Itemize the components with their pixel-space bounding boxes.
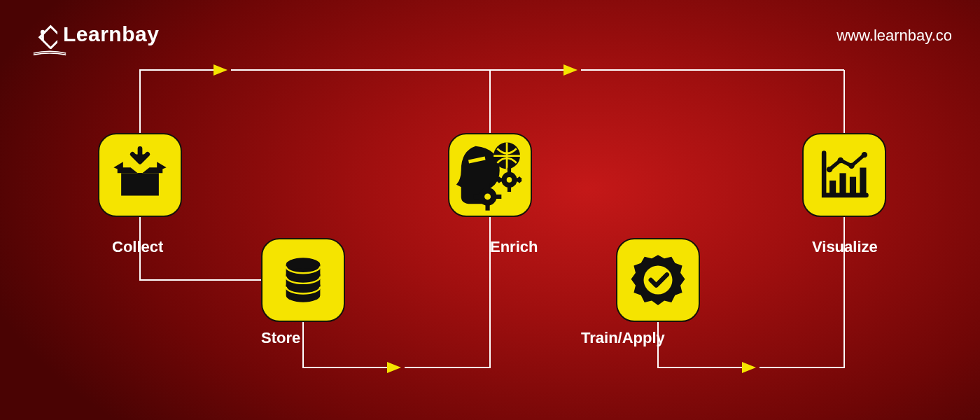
badge-check-icon: [629, 251, 687, 309]
svg-point-32: [862, 152, 867, 158]
step-visualize: [802, 133, 886, 217]
logo-underline-icon: [28, 50, 71, 56]
logo-mark-icon: [28, 20, 57, 49]
svg-rect-20: [485, 205, 489, 211]
box-download-icon: [110, 145, 170, 205]
svg-rect-28: [860, 168, 866, 194]
ai-globe-gear-icon: [451, 136, 528, 214]
svg-rect-19: [485, 183, 489, 188]
svg-point-17: [507, 177, 512, 183]
svg-point-29: [827, 167, 832, 172]
svg-point-1: [41, 30, 45, 34]
step-enrich: [448, 133, 532, 217]
brand-name: Learnbay: [63, 22, 159, 46]
svg-point-23: [484, 193, 491, 200]
svg-point-24: [644, 266, 673, 295]
svg-point-31: [848, 163, 854, 169]
database-icon: [276, 253, 330, 307]
svg-rect-22: [496, 195, 502, 199]
brand-url: www.learnbay.co: [836, 27, 952, 45]
step-collect: [98, 133, 182, 217]
analytics-chart-icon: [815, 146, 874, 204]
step-collect-label: Collect: [112, 238, 163, 256]
step-store: [261, 238, 345, 322]
step-store-label: Store: [261, 329, 300, 347]
svg-point-30: [838, 158, 844, 163]
svg-rect-10: [507, 187, 511, 192]
brand-logo: Learnbay: [28, 20, 159, 49]
step-enrich-label: Enrich: [490, 238, 538, 256]
svg-rect-26: [839, 173, 846, 193]
step-visualize-label: Visualize: [812, 238, 878, 256]
svg-rect-27: [850, 177, 856, 194]
svg-rect-2: [41, 34, 44, 40]
step-train-label: Train/Apply: [581, 329, 665, 347]
step-train: [616, 238, 700, 322]
svg-rect-25: [830, 181, 836, 193]
svg-rect-21: [474, 195, 479, 199]
svg-rect-9: [507, 168, 511, 173]
